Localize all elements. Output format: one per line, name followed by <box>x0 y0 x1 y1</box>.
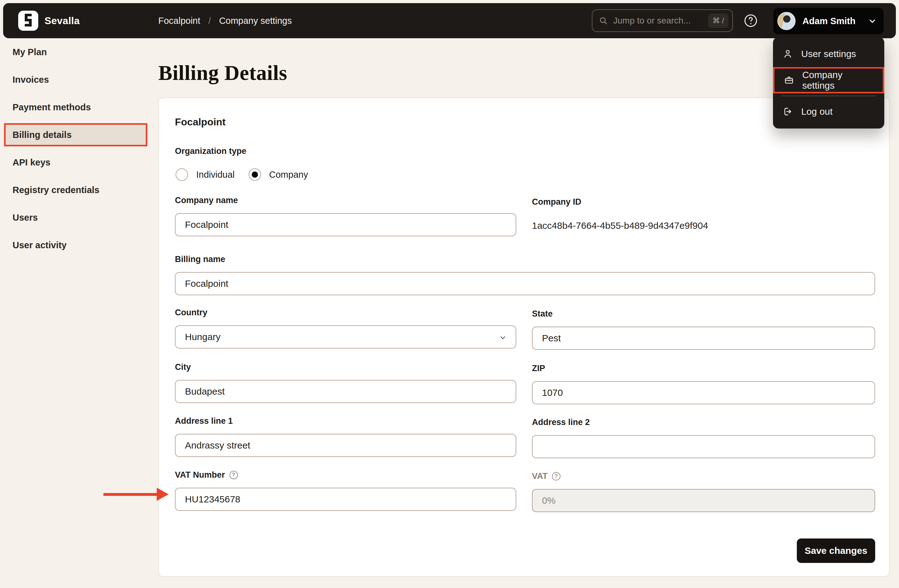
company-name-label: Company name <box>175 195 516 205</box>
radio-individual[interactable]: Individual <box>176 168 235 181</box>
address-line-1-input[interactable] <box>175 434 516 457</box>
organization-type-group: Individual Company <box>176 168 308 181</box>
card-heading: Focalpoint <box>175 116 226 128</box>
sidebar-item-billing-details[interactable]: Billing details <box>0 121 158 148</box>
organization-type-label: Organization type <box>175 147 246 156</box>
arrow-annotation <box>103 488 169 501</box>
sidebar-item-registry-credentials[interactable]: Registry credentials <box>0 176 158 204</box>
vat-number-help-icon[interactable]: ? <box>229 471 238 479</box>
save-changes-button[interactable]: Save changes <box>797 539 875 563</box>
page-title: Billing Details <box>158 61 287 85</box>
zip-group: ZIP <box>532 363 875 404</box>
brand-name[interactable]: Sevalla <box>45 3 80 38</box>
billing-name-input[interactable] <box>175 272 875 295</box>
billing-details-card: Focalpoint Organization type Individual … <box>158 97 890 577</box>
address-line-1-label: Address line 1 <box>175 416 516 426</box>
menu-item-user-settings[interactable]: User settings <box>773 41 884 67</box>
vat-number-group: VAT Number ? <box>175 469 516 511</box>
user-name: Adam Smith <box>802 16 856 26</box>
search-box[interactable]: ⌘ / <box>592 9 733 32</box>
menu-divider <box>781 96 876 96</box>
search-input[interactable] <box>613 15 708 26</box>
menu-item-company-settings[interactable]: Company settings <box>773 67 884 93</box>
search-icon <box>599 16 608 25</box>
address-line-2-group: Address line 2 <box>532 417 875 458</box>
sidebar-item-invoices[interactable]: Invoices <box>0 66 158 93</box>
company-id-value: 1acc48b4-7664-4b55-b489-9d4347e9f904 <box>532 220 875 231</box>
sidebar-item-users[interactable]: Users <box>0 204 158 231</box>
country-group: Country Hungary <box>175 307 516 349</box>
breadcrumb: Focalpoint / Company settings <box>158 3 292 38</box>
sidebar-item-user-activity[interactable]: User activity <box>0 231 158 259</box>
vat-input <box>532 489 875 512</box>
briefcase-icon <box>784 75 794 86</box>
address-line-2-label: Address line 2 <box>532 417 875 427</box>
sidebar-item-api-keys[interactable]: API keys <box>0 148 158 176</box>
company-id-label: Company ID <box>532 196 875 207</box>
billing-name-group: Billing name <box>175 254 875 295</box>
sidebar-item-my-plan[interactable]: My Plan <box>0 38 158 66</box>
topbar: Sevalla Focalpoint / Company settings ⌘ … <box>3 3 896 38</box>
breadcrumb-org[interactable]: Focalpoint <box>158 15 200 26</box>
search-shortcut-badge: ⌘ / <box>708 14 729 28</box>
chevron-down-icon <box>498 333 508 344</box>
zip-input[interactable] <box>532 381 875 404</box>
arrow-annotation-line <box>103 493 158 496</box>
address-line-1-group: Address line 1 <box>175 416 516 457</box>
state-label: State <box>532 309 875 319</box>
country-label: Country <box>175 307 516 318</box>
sidebar: My Plan Invoices Payment methods Billing… <box>0 38 158 259</box>
help-button[interactable] <box>743 14 758 28</box>
app-root: Sevalla Focalpoint / Company settings ⌘ … <box>0 0 899 588</box>
zip-label: ZIP <box>532 363 875 373</box>
logout-icon <box>782 106 793 117</box>
help-icon <box>743 14 758 28</box>
sidebar-item-payment-methods[interactable]: Payment methods <box>0 93 158 121</box>
user-dropdown-menu: User settings Company settings Log out <box>773 37 884 128</box>
city-label: City <box>175 362 516 372</box>
city-input[interactable] <box>175 380 516 403</box>
vat-number-label: VAT Number ? <box>175 469 516 480</box>
vat-group: VAT ? <box>532 471 875 512</box>
country-value: Hungary <box>185 332 220 342</box>
avatar <box>777 12 796 30</box>
vat-label: VAT ? <box>532 471 875 482</box>
menu-item-label: User settings <box>801 49 856 59</box>
radio-company[interactable]: Company <box>249 168 308 181</box>
arrow-annotation-head <box>157 488 168 501</box>
breadcrumb-separator: / <box>209 15 211 26</box>
company-name-input[interactable] <box>175 213 516 236</box>
city-group: City <box>175 362 516 403</box>
user-icon <box>782 49 793 59</box>
user-menu-button[interactable]: Adam Smith <box>773 8 884 34</box>
breadcrumb-page[interactable]: Company settings <box>219 15 292 26</box>
menu-item-log-out[interactable]: Log out <box>773 99 884 125</box>
chevron-down-icon <box>868 17 877 25</box>
radio-individual-control[interactable] <box>176 168 188 181</box>
menu-item-label: Company settings <box>802 69 873 91</box>
vat-number-input[interactable] <box>175 488 516 511</box>
company-id-group: Company ID 1acc48b4-7664-4b55-b489-9d434… <box>532 196 875 231</box>
address-line-2-input[interactable] <box>532 435 875 458</box>
sevalla-logo[interactable] <box>18 11 38 31</box>
country-select[interactable]: Hungary <box>175 325 516 349</box>
billing-name-label: Billing name <box>175 254 875 264</box>
sevalla-logo-icon <box>22 13 34 28</box>
state-input[interactable] <box>532 327 875 350</box>
company-name-group: Company name <box>175 195 516 236</box>
vat-help-icon[interactable]: ? <box>552 472 561 480</box>
radio-company-control[interactable] <box>249 168 261 181</box>
menu-item-label: Log out <box>801 106 833 117</box>
state-group: State <box>532 309 875 350</box>
